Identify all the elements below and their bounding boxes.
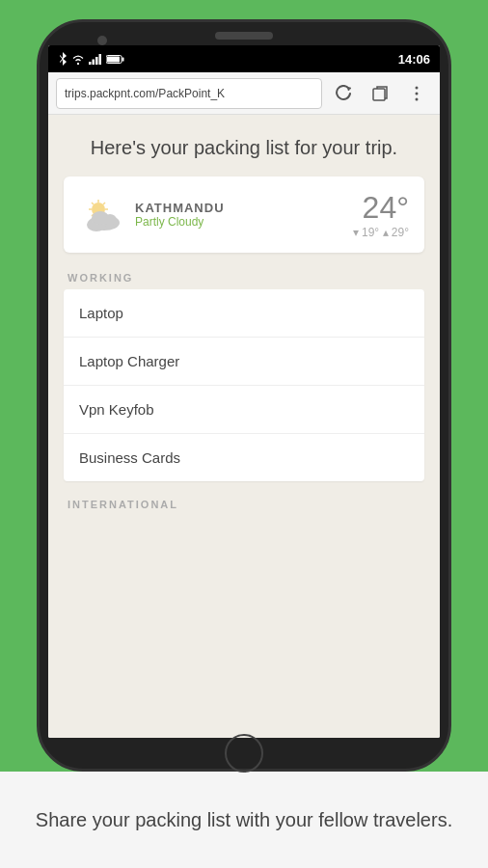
list-item[interactable]: Vpn Keyfob: [64, 386, 424, 434]
menu-button[interactable]: [401, 78, 432, 109]
weather-cloud-sun-icon: [79, 196, 125, 234]
weather-left: KATHMANDU Partly Cloudy: [79, 196, 225, 234]
weather-low: 19°: [362, 226, 379, 239]
weather-description: Partly Cloudy: [135, 215, 225, 229]
weather-right: 24° ▾ 19° ▴ 29°: [353, 190, 409, 239]
svg-rect-5: [122, 57, 124, 61]
international-section-header: INTERNATIONAL: [64, 493, 424, 516]
weather-temp: 24°: [353, 190, 409, 226]
phone-speaker: [215, 32, 273, 40]
working-list-card: Laptop Laptop Charger Vpn Keyfob Busines…: [64, 289, 424, 481]
svg-rect-6: [107, 56, 120, 62]
phone-bottom: [225, 738, 263, 769]
svg-point-23: [103, 214, 117, 226]
svg-rect-0: [89, 62, 92, 65]
list-item[interactable]: Laptop Charger: [64, 338, 424, 386]
list-item[interactable]: Business Cards: [64, 434, 424, 481]
phone-camera: [97, 36, 107, 45]
phone-top-bar: [40, 22, 448, 45]
weather-down-arrow: ▾: [353, 226, 362, 239]
tabs-button[interactable]: [365, 78, 395, 109]
home-button[interactable]: [225, 734, 263, 773]
status-icons: [58, 52, 125, 66]
svg-point-10: [416, 97, 419, 100]
working-section: WORKING Laptop Laptop Charger Vpn Keyfob…: [64, 266, 424, 516]
weather-info: KATHMANDU Partly Cloudy: [135, 201, 225, 229]
svg-point-8: [416, 86, 419, 89]
page-title: Here's your packing list for your trip.: [91, 134, 397, 161]
phone-screen: 14:06 trips.packpnt.com/PackPoint_K: [48, 45, 440, 738]
wifi-icon: [71, 54, 85, 65]
battery-icon: [106, 54, 125, 65]
svg-rect-3: [99, 54, 102, 65]
phone-device: 14:06 trips.packpnt.com/PackPoint_K: [37, 19, 451, 772]
share-section: Share your packing list with your fellow…: [0, 772, 488, 868]
url-text: trips.packpnt.com/PackPoint_K: [65, 87, 225, 100]
signal-icon: [89, 54, 102, 65]
weather-city: KATHMANDU: [135, 201, 225, 215]
weather-range: ▾ 19° ▴ 29°: [353, 226, 409, 239]
svg-line-18: [103, 203, 105, 204]
share-text: Share your packing list with your fellow…: [36, 805, 452, 834]
weather-high: 29°: [392, 226, 409, 239]
svg-rect-2: [95, 57, 98, 65]
url-bar[interactable]: trips.packpnt.com/PackPoint_K: [56, 78, 322, 109]
content-area: Here's your packing list for your trip.: [48, 115, 440, 738]
status-bar: 14:06: [48, 45, 440, 72]
list-item[interactable]: Laptop: [64, 289, 424, 338]
bluetooth-icon: [58, 52, 68, 66]
svg-rect-7: [373, 89, 385, 100]
status-time: 14:06: [398, 52, 430, 67]
weather-card: KATHMANDU Partly Cloudy 24° ▾ 19° ▴ 29°: [64, 176, 424, 253]
svg-line-16: [92, 203, 94, 204]
weather-up-arrow: ▴: [383, 226, 392, 239]
svg-rect-1: [93, 59, 95, 65]
refresh-button[interactable]: [328, 78, 359, 109]
svg-point-9: [416, 92, 419, 95]
browser-bar: trips.packpnt.com/PackPoint_K: [48, 72, 440, 115]
working-section-header: WORKING: [64, 266, 424, 289]
